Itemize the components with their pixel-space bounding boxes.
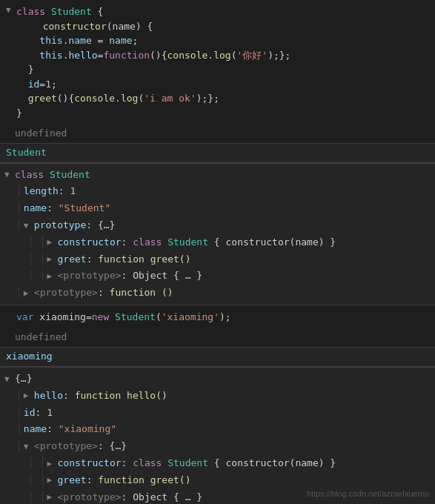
tree-proto-proto-arrow[interactable]: [47, 270, 56, 283]
tree-root-row[interactable]: class Student: [0, 167, 435, 184]
obj-tree-row-id[interactable]: │ id: 1: [0, 405, 435, 422]
obj-tree-row-proto-constructor[interactable]: │ │ constructor: class Student { constru…: [0, 455, 435, 472]
code-line: id=1;: [6, 77, 435, 92]
code-line: this.hello=function(){console.log('你好');…: [6, 48, 435, 63]
code-block-2: var xiaoming=new Student('xiaoming');: [0, 305, 435, 329]
obj-tree-arrow[interactable]: [4, 373, 13, 386]
tree-proto-arrow[interactable]: [24, 219, 33, 233]
code-line: }: [6, 62, 435, 77]
tree-row-fn-prototype[interactable]: │ <prototype>: function (): [0, 285, 435, 302]
obj-proto-proto-arrow[interactable]: [47, 491, 56, 504]
hello-arrow[interactable]: [24, 389, 33, 402]
output-xiaoming: xiaoming: [0, 347, 435, 367]
obj-tree-row-hello[interactable]: │ hello: function hello(): [0, 388, 435, 405]
obj-constructor-arrow[interactable]: [47, 457, 56, 471]
code-text: }: [16, 106, 22, 121]
tree-collapse-arrow[interactable]: [4, 168, 13, 182]
tree-row-proto-greet[interactable]: │ │ greet: function greet(): [0, 251, 435, 268]
tree-row-name[interactable]: │ name: "Student": [0, 200, 435, 217]
code-line: greet(){console.log('i am ok');};: [6, 91, 435, 106]
obj-tree-row-name[interactable]: │ name: "xiaoming": [0, 421, 435, 438]
obj-tree-root[interactable]: {…}: [0, 371, 435, 388]
watermark: https://blog.csdn.net/azraeIxuemo: [307, 489, 429, 498]
code-text: }: [16, 62, 33, 77]
obj-greet-arrow[interactable]: [47, 474, 56, 487]
obj-tree-row-prototype[interactable]: │ <prototype>: {…}: [0, 438, 435, 455]
code-line: this.name = name;: [6, 33, 435, 48]
output-undefined-2: undefined: [0, 328, 435, 347]
tree-row-proto-constructor[interactable]: │ │ constructor: class Student { constru…: [0, 234, 435, 251]
tree-fn-proto-arrow[interactable]: [24, 287, 33, 300]
code-line-2: var xiaoming=new Student('xiaoming');: [6, 310, 435, 325]
code-text: this.hello=function(){console.log('你好');…: [16, 48, 290, 63]
code-text: id=1;: [16, 77, 57, 92]
code-block-1: class Student { constructor(name) { this…: [0, 0, 435, 125]
obj-proto-arrow[interactable]: [24, 440, 33, 454]
code-text: class Student {: [16, 4, 103, 19]
tree-row-length[interactable]: │ length: 1: [0, 183, 435, 200]
code-text: this.name = name;: [16, 33, 138, 48]
code-text: greet(){console.log('i am ok');};: [16, 91, 219, 106]
code-text-2: var xiaoming=new Student('xiaoming');: [16, 310, 231, 325]
code-line: }: [6, 106, 435, 121]
tree-constructor-arrow[interactable]: [47, 236, 56, 249]
code-text: constructor(name) {: [31, 19, 153, 34]
code-line: class Student {: [6, 4, 435, 19]
console-area: class Student { constructor(name) { this…: [0, 0, 435, 504]
class-tree: class Student │ length: 1 │ name: "Stude…: [0, 163, 435, 305]
output-student: Student: [0, 143, 435, 163]
tree-row-proto-prototype[interactable]: │ │ <prototype>: Object { … }: [0, 268, 435, 285]
code-line: constructor(name) {: [6, 19, 435, 34]
collapse-arrow[interactable]: [6, 4, 15, 17]
output-undefined-1: undefined: [0, 125, 435, 143]
tree-greet-arrow[interactable]: [47, 253, 56, 266]
tree-row-prototype[interactable]: │ prototype: {…}: [0, 217, 435, 234]
obj-tree-row-proto-greet[interactable]: │ │ greet: function greet(): [0, 472, 435, 489]
obj-tree: {…} │ hello: function hello() │ id: 1 │ …: [0, 367, 435, 504]
